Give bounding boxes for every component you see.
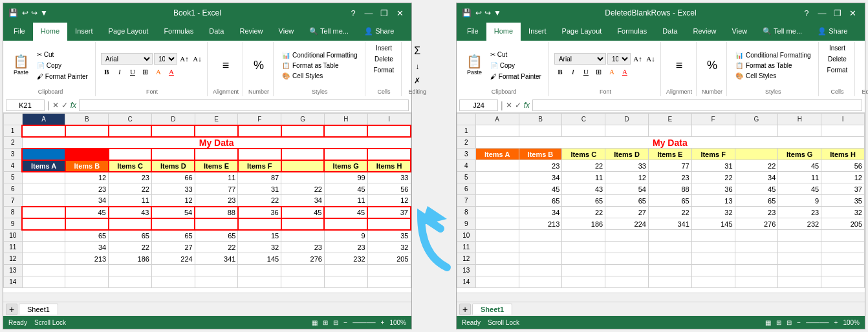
left-cell-13E[interactable] xyxy=(195,265,238,276)
right-cell-7A[interactable] xyxy=(475,195,519,207)
right-cell-3F[interactable]: Items F xyxy=(691,149,735,160)
left-cell-13I[interactable] xyxy=(367,265,411,276)
left-cell-13F[interactable] xyxy=(238,265,281,276)
left-cell-5G[interactable] xyxy=(281,172,325,183)
left-close-btn[interactable]: ✕ xyxy=(393,6,406,19)
left-cell-3D[interactable] xyxy=(151,149,195,160)
left-cell-12D[interactable]: 224 xyxy=(151,253,195,265)
right-cell-14E[interactable] xyxy=(648,276,691,288)
right-col-B[interactable]: B xyxy=(519,114,562,125)
left-zoom-slider[interactable]: ───── xyxy=(353,319,375,326)
right-cell-4H[interactable]: 45 xyxy=(778,160,821,172)
left-cell-11I[interactable]: 32 xyxy=(367,242,411,253)
right-col-E[interactable]: E xyxy=(648,114,691,125)
left-cell-7C[interactable]: 11 xyxy=(109,195,152,207)
right-cell-7D[interactable]: 65 xyxy=(605,195,649,207)
right-cell-3G[interactable] xyxy=(735,149,778,160)
right-tab-tellme[interactable]: 🔍 Tell me... xyxy=(755,23,810,41)
right-cell-7C[interactable]: 65 xyxy=(562,195,605,207)
right-cell-10I[interactable] xyxy=(821,230,865,242)
right-cell-11G[interactable] xyxy=(735,242,778,253)
right-cell-3A[interactable]: Items A xyxy=(475,149,519,160)
left-cell-9A[interactable] xyxy=(22,218,65,230)
right-paste-btn[interactable]: 📋 Paste xyxy=(463,53,486,78)
right-cell-6D[interactable]: 54 xyxy=(605,183,649,195)
right-cell-14I[interactable] xyxy=(821,276,865,288)
left-cell-5C[interactable]: 23 xyxy=(109,172,152,183)
right-cell-9D[interactable]: 224 xyxy=(605,218,649,230)
left-tab-review[interactable]: Review xyxy=(232,23,270,41)
right-cell-12G[interactable] xyxy=(735,253,778,265)
right-cell-14B[interactable] xyxy=(519,276,562,288)
right-zoom-slider[interactable]: ───── xyxy=(806,319,829,326)
left-cell-4H[interactable]: Items G xyxy=(324,160,367,172)
left-cell-11E[interactable]: 22 xyxy=(195,242,238,253)
left-confirm-formula-icon[interactable]: ✓ xyxy=(61,101,68,110)
right-cell-10B[interactable] xyxy=(519,230,562,242)
left-cell-9F[interactable] xyxy=(238,218,281,230)
left-cell-7I[interactable]: 12 xyxy=(367,195,411,207)
right-cell-4B[interactable]: 23 xyxy=(519,160,562,172)
right-cell-1I[interactable] xyxy=(821,125,865,137)
right-cell-10D[interactable] xyxy=(605,230,649,242)
right-cell-5B[interactable]: 34 xyxy=(519,172,562,183)
left-zoom-minus-btn[interactable]: − xyxy=(343,319,347,326)
right-fontsize-select[interactable]: 10 xyxy=(607,53,631,65)
right-redo-btn[interactable]: ↪ xyxy=(484,8,491,17)
right-cell-13C[interactable] xyxy=(562,265,605,276)
left-cell-10E[interactable]: 65 xyxy=(195,230,238,242)
left-minimize-btn[interactable]: — xyxy=(362,6,375,19)
right-cell-10F[interactable] xyxy=(691,230,735,242)
right-tab-insert[interactable]: Insert xyxy=(521,23,554,41)
left-cell-10I[interactable]: 35 xyxy=(367,230,411,242)
left-cell-6G[interactable]: 22 xyxy=(281,183,325,195)
left-cell-12C[interactable]: 186 xyxy=(109,253,152,265)
right-cell-6B[interactable]: 45 xyxy=(519,183,562,195)
right-cell-7H[interactable]: 9 xyxy=(778,195,821,207)
right-fill-btn[interactable]: A xyxy=(606,66,618,78)
left-number-btn[interactable]: % xyxy=(248,57,269,74)
left-col-G[interactable]: G xyxy=(281,114,325,125)
right-delete-cell-btn[interactable]: Delete xyxy=(825,54,850,64)
right-fx-icon[interactable]: fx xyxy=(524,101,530,110)
right-cell-4F[interactable]: 31 xyxy=(691,160,735,172)
right-cell-13A[interactable] xyxy=(475,265,519,276)
right-col-G[interactable]: G xyxy=(735,114,778,125)
right-cell-5G[interactable]: 34 xyxy=(735,172,778,183)
right-cell-9A[interactable] xyxy=(475,218,519,230)
right-alignment-btn[interactable]: ≡ xyxy=(669,57,689,74)
right-cell-8G[interactable]: 23 xyxy=(735,207,778,218)
left-cell-14H[interactable] xyxy=(324,276,367,288)
right-cell-14H[interactable] xyxy=(778,276,821,288)
right-view-normal-icon[interactable]: ▦ xyxy=(765,319,771,326)
right-cell-7G[interactable]: 65 xyxy=(735,195,778,207)
left-cell-5B[interactable]: 12 xyxy=(65,172,109,183)
left-cell-8E[interactable]: 88 xyxy=(195,207,238,218)
right-cell-14G[interactable] xyxy=(735,276,778,288)
left-bold-btn[interactable]: B xyxy=(101,66,113,78)
left-dropdown-btn[interactable]: ▼ xyxy=(40,8,48,17)
right-cell-9B[interactable]: 213 xyxy=(519,218,562,230)
left-cell-14D[interactable] xyxy=(151,276,195,288)
right-col-D[interactable]: D xyxy=(605,114,649,125)
right-format-painter-btn[interactable]: 🖌 Format Painter xyxy=(487,72,545,81)
left-cell-6F[interactable]: 31 xyxy=(238,183,281,195)
right-dropdown-btn[interactable]: ▼ xyxy=(494,8,501,17)
left-cell-11D[interactable]: 27 xyxy=(151,242,195,253)
left-paste-btn[interactable]: 📋 Paste xyxy=(10,53,32,78)
left-cell-9I[interactable] xyxy=(367,218,411,230)
left-tab-data[interactable]: Data xyxy=(201,23,232,41)
right-cut-btn[interactable]: ✂ Cut xyxy=(487,50,545,59)
left-cell-4G[interactable] xyxy=(281,160,325,172)
right-cell-7E[interactable]: 65 xyxy=(648,195,691,207)
right-cell-1B[interactable] xyxy=(519,125,562,137)
right-cell-8F[interactable]: 32 xyxy=(691,207,735,218)
left-cell-10D[interactable]: 65 xyxy=(151,230,195,242)
left-cell-5I[interactable]: 33 xyxy=(367,172,411,183)
left-cell-3F[interactable] xyxy=(238,149,281,160)
left-borders-btn[interactable]: ⊞ xyxy=(140,66,151,78)
left-cell-8B[interactable]: 45 xyxy=(65,207,109,218)
left-view-page-icon[interactable]: ⊟ xyxy=(333,319,338,326)
left-copy-btn[interactable]: 📄 Copy xyxy=(34,61,91,70)
left-sheet1-tab[interactable]: Sheet1 xyxy=(19,304,58,315)
